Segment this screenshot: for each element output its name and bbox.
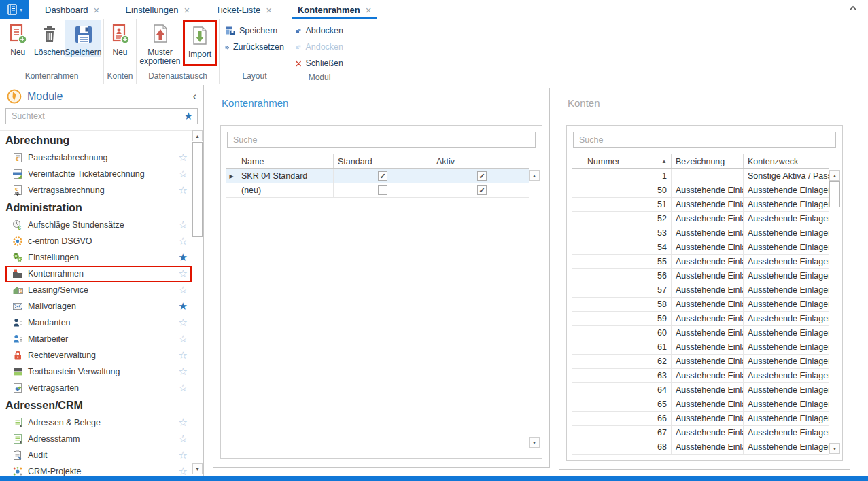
favorite-star-outline-icon[interactable]: ☆: [179, 219, 188, 231]
table-row[interactable]: ▶ SKR 04 Standard ✓ ✓: [226, 169, 529, 183]
cell-nummer[interactable]: 67: [583, 426, 672, 440]
schliessen-button[interactable]: Schließen: [290, 55, 349, 71]
cell-nummer[interactable]: 64: [583, 383, 672, 397]
favorite-star-outline-icon[interactable]: ☆: [179, 433, 188, 445]
cell-bezeichnung[interactable]: Ausstehende Einla...: [672, 326, 744, 340]
sidebar-item[interactable]: Vertragsarten ★ ☆: [5, 380, 192, 396]
cell-nummer[interactable]: 53: [583, 226, 672, 240]
sidebar-item[interactable]: Einstellungen ★ ☆: [5, 249, 192, 266]
collapse-ribbon-icon[interactable]: [848, 4, 858, 12]
cell-nummer[interactable]: 68: [583, 440, 672, 454]
sidebar-search-input[interactable]: [5, 108, 198, 124]
sidebar-scrollbar[interactable]: ▲ ▼: [192, 130, 203, 476]
favorite-star-outline-icon[interactable]: ☆: [179, 235, 188, 247]
standard-checkbox[interactable]: ✓: [378, 185, 387, 195]
tab[interactable]: Dashboard ×: [38, 0, 106, 19]
sidebar-item[interactable]: Adressen & Belege ★ ☆: [5, 414, 192, 431]
cell-nummer[interactable]: 52: [583, 212, 672, 226]
table-scrollbar[interactable]: ▲ ▼: [529, 154, 540, 448]
column-header-nummer[interactable]: Nummer ▲: [583, 154, 672, 168]
scroll-down-icon[interactable]: ▼: [192, 463, 203, 474]
favorite-star-filled-icon[interactable]: ★: [179, 251, 188, 264]
column-header-standard[interactable]: Standard: [334, 154, 432, 168]
cell-bezeichnung[interactable]: Ausstehende Einla...: [672, 269, 744, 283]
cell-kontenzweck[interactable]: Ausstehende Einlagen...: [744, 369, 829, 382]
cell-bezeichnung[interactable]: Ausstehende Einla...: [672, 383, 744, 397]
favorite-star-outline-icon[interactable]: ☆: [179, 382, 188, 394]
sidebar-item[interactable]: Mandanten ★ ☆: [5, 315, 192, 331]
table-row[interactable]: 62 Ausstehende Einla... Ausstehende Einl…: [572, 355, 829, 369]
sidebar-item[interactable]: c-entron DSGVO ★ ☆: [5, 233, 192, 249]
cell-bezeichnung[interactable]: Ausstehende Einla...: [672, 440, 744, 454]
cell-bezeichnung[interactable]: Ausstehende Einla...: [672, 240, 744, 254]
table-row[interactable]: 52 Ausstehende Einla... Ausstehende Einl…: [572, 212, 829, 226]
cell-bezeichnung[interactable]: Ausstehende Einla...: [672, 212, 744, 226]
sidebar-item[interactable]: Kontenrahmen ★ ☆: [5, 266, 192, 282]
favorite-star-outline-icon[interactable]: ☆: [179, 152, 188, 164]
cell-name[interactable]: (neu): [237, 183, 334, 197]
cell-name[interactable]: SKR 04 Standard: [237, 169, 334, 183]
cell-kontenzweck[interactable]: Ausstehende Einlagen...: [744, 269, 829, 283]
aktiv-checkbox[interactable]: ✓: [477, 171, 487, 181]
table-row[interactable]: 50 Ausstehende Einla... Ausstehende Einl…: [572, 183, 829, 198]
table-row[interactable]: 64 Ausstehende Einla... Ausstehende Einl…: [572, 383, 829, 397]
cell-bezeichnung[interactable]: Ausstehende Einla...: [672, 369, 744, 382]
cell-nummer[interactable]: 62: [583, 355, 672, 368]
table-row[interactable]: 1 Sonstige Aktiva / Passi...: [572, 169, 829, 183]
table-row[interactable]: 51 Ausstehende Einla... Ausstehende Einl…: [572, 198, 829, 212]
table-row[interactable]: 58 Ausstehende Einla... Ausstehende Einl…: [572, 298, 829, 312]
konten-search-input[interactable]: [573, 132, 836, 148]
cell-nummer[interactable]: 65: [583, 397, 672, 411]
sidebar-item[interactable]: Mailvorlagen ★ ☆: [5, 298, 192, 315]
scroll-up-icon[interactable]: ▲: [529, 170, 540, 181]
cell-nummer[interactable]: 1: [583, 169, 672, 183]
column-header-kontenzweck[interactable]: Kontenzweck: [744, 154, 829, 168]
tab[interactable]: Einstellungen ×: [118, 0, 196, 19]
favorite-star-outline-icon[interactable]: ☆: [179, 333, 188, 345]
favorite-star-outline-icon[interactable]: ☆: [179, 317, 188, 329]
cell-kontenzweck[interactable]: Ausstehende Einlagen...: [744, 383, 829, 397]
sidebar-item[interactable]: Leasing/Service ★ ☆: [5, 282, 192, 298]
cell-kontenzweck[interactable]: Ausstehende Einlagen...: [744, 412, 829, 425]
favorite-star-outline-icon[interactable]: ☆: [179, 465, 188, 476]
sidebar-item[interactable]: Audit ★ ☆: [5, 447, 192, 463]
table-row[interactable]: 65 Ausstehende Einla... Ausstehende Einl…: [572, 397, 829, 412]
neu-konto-button[interactable]: Neu: [106, 20, 134, 57]
cell-kontenzweck[interactable]: Ausstehende Einlagen...: [744, 397, 829, 411]
favorite-star-filled-icon[interactable]: ★: [179, 300, 188, 313]
cell-bezeichnung[interactable]: Ausstehende Einla...: [672, 255, 744, 268]
aktiv-checkbox[interactable]: ✓: [477, 185, 487, 195]
cell-kontenzweck[interactable]: Ausstehende Einlagen...: [744, 312, 829, 325]
sidebar-item[interactable]: Vertragsabrechnung ★ ☆: [5, 182, 192, 198]
sidebar-item[interactable]: Adressstamm ★ ☆: [5, 431, 192, 447]
tab[interactable]: Ticket-Liste ×: [209, 0, 279, 19]
cell-nummer[interactable]: 61: [583, 340, 672, 354]
cell-kontenzweck[interactable]: Ausstehende Einlagen...: [744, 355, 829, 368]
cell-nummer[interactable]: 63: [583, 369, 672, 382]
scroll-down-icon[interactable]: ▼: [529, 437, 540, 448]
table-row[interactable]: 60 Ausstehende Einla... Ausstehende Einl…: [572, 326, 829, 340]
cell-kontenzweck[interactable]: Ausstehende Einlagen...: [744, 298, 829, 311]
cell-nummer[interactable]: 58: [583, 298, 672, 311]
cell-kontenzweck[interactable]: Ausstehende Einlagen...: [744, 440, 829, 454]
sidebar-item[interactable]: Rechteverwaltung ★ ☆: [5, 347, 192, 363]
neu-kontenrahmen-button[interactable]: Neu: [2, 20, 34, 57]
cell-bezeichnung[interactable]: Ausstehende Einla...: [672, 340, 744, 354]
scroll-down-icon[interactable]: ▼: [829, 443, 840, 454]
cell-bezeichnung[interactable]: Ausstehende Einla...: [672, 412, 744, 425]
layout-zuruecksetzen-button[interactable]: Zurücksetzen: [220, 39, 290, 55]
cell-nummer[interactable]: 57: [583, 283, 672, 297]
table-row[interactable]: 61 Ausstehende Einla... Ausstehende Einl…: [572, 340, 829, 355]
cell-nummer[interactable]: 55: [583, 255, 672, 268]
cell-bezeichnung[interactable]: Ausstehende Einla...: [672, 183, 744, 197]
table-row[interactable]: 53 Ausstehende Einla... Ausstehende Einl…: [572, 226, 829, 240]
cell-kontenzweck[interactable]: Ausstehende Einlagen...: [744, 283, 829, 297]
sidebar-item[interactable]: Vereinfachte Ticketabrechnung ★ ☆: [5, 166, 192, 182]
cell-bezeichnung[interactable]: Ausstehende Einla...: [672, 298, 744, 311]
cell-bezeichnung[interactable]: Ausstehende Einla...: [672, 426, 744, 440]
sidebar-item[interactable]: CRM-Projekte ★ ☆: [5, 463, 192, 476]
cell-kontenzweck[interactable]: Ausstehende Einlagen...: [744, 226, 829, 240]
muster-exportieren-button[interactable]: Muster exportieren: [139, 20, 181, 66]
sidebar-item[interactable]: Aufschläge Stundensätze ★ ☆: [5, 217, 192, 233]
tab[interactable]: Kontenrahmen ×: [291, 0, 379, 19]
